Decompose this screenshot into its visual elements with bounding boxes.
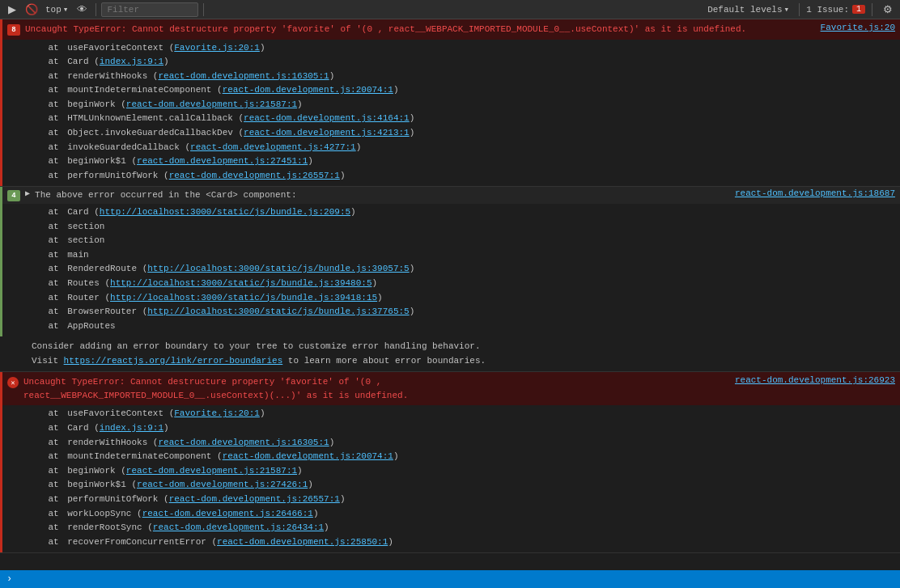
issue-count: 1 (852, 5, 865, 14)
stack-line: at useFavoriteContext (Favorite.js:20:1) (27, 407, 895, 421)
error-boundaries-link[interactable]: https://reactjs.org/link/error-boundarie… (64, 356, 283, 366)
stack-line: at RenderedRoute (http://localhost:3000/… (27, 262, 895, 277)
stack-line: at performUnitOfWork (react-dom.developm… (27, 493, 895, 507)
issue-badge: 1 Issue: 1 (806, 5, 865, 15)
stack-line: at mountIndeterminateComponent (react-do… (27, 83, 895, 98)
play-button[interactable]: ▶ (3, 2, 21, 18)
stack-line: at section (27, 234, 895, 248)
status-bar: › (0, 570, 900, 588)
divider-2 (203, 3, 204, 16)
filter-input[interactable] (101, 2, 198, 17)
eye-button[interactable]: 👁 (73, 2, 91, 18)
error-header-2[interactable]: ✕ Uncaught TypeError: Cannot destructure… (0, 372, 900, 405)
info-location[interactable]: react-dom.development.js:18687 (735, 188, 895, 198)
issues-label: 1 Issue: (806, 5, 849, 15)
divider-3 (799, 3, 800, 16)
stack-line: at Card (http://localhost:3000/static/js… (27, 205, 895, 220)
settings-button[interactable]: ⚙ (879, 2, 897, 18)
divider-1 (96, 3, 96, 16)
stack-line: at BrowserRouter (http://localhost:3000/… (27, 305, 895, 319)
error-entry-1: 8 Uncaught TypeError: Cannot destructure… (0, 19, 900, 187)
error-text-1: Uncaught TypeError: Cannot destructure p… (25, 23, 816, 36)
error-number-1: 8 (7, 24, 20, 36)
stack-line: at Object.invokeGuardedCallbackDev (reac… (27, 126, 895, 141)
status-chevron[interactable]: › (6, 573, 12, 585)
stack-line: at HTMLUnknownElement.callCallback (reac… (27, 112, 895, 126)
context-label: top (45, 5, 62, 15)
info-entry-1: 4 ▶ The above error occurred in the <Car… (0, 187, 900, 372)
info-stack-trace: at Card (http://localhost:3000/static/js… (0, 204, 900, 336)
stack-line: at main (27, 248, 895, 263)
stack-line: at Router (http://localhost:3000/static/… (27, 291, 895, 306)
stack-trace-1: at useFavoriteContext (Favorite.js:20:1)… (0, 40, 900, 187)
stack-line: at workLoopSync (react-dom.development.j… (27, 507, 895, 522)
stack-line: at Card (index.js:9:1) (27, 55, 895, 70)
context-chevron: ▾ (63, 4, 69, 15)
stack-line: at renderRootSync (react-dom.development… (27, 521, 895, 535)
stack-line: at renderWithHooks (react-dom.developmen… (27, 70, 895, 84)
error-header-1[interactable]: 8 Uncaught TypeError: Cannot destructure… (0, 19, 900, 40)
stack-trace-2: at useFavoriteContext (Favorite.js:20:1)… (0, 405, 900, 552)
console-toolbar: ▶ 🚫 top ▾ 👁 Default levels ▾ 1 Issue: 1 … (0, 0, 900, 19)
stack-line: at beginWork$1 (react-dom.development.js… (27, 154, 895, 169)
error-entry-2: ✕ Uncaught TypeError: Cannot destructure… (0, 372, 900, 553)
clear-button[interactable]: 🚫 (23, 2, 40, 18)
error-text-2: Uncaught TypeError: Cannot destructure p… (23, 375, 730, 402)
stack-line: at beginWork (react-dom.development.js:2… (27, 464, 895, 479)
consider-block: Consider adding an error boundary to you… (0, 336, 900, 371)
consider-line2: Visit https://reactjs.org/link/error-bou… (32, 354, 895, 369)
stack-line: at performUnitOfWork (react-dom.developm… (27, 169, 895, 184)
levels-label: Default levels (707, 5, 782, 15)
levels-dropdown[interactable]: Default levels ▾ (704, 2, 792, 16)
stack-line: at useFavoriteContext (Favorite.js:20:1) (27, 41, 895, 56)
info-section-header[interactable]: 4 ▶ The above error occurred in the <Car… (0, 187, 900, 204)
stack-line: at section (27, 220, 895, 235)
stack-line: at AppRoutes (27, 319, 895, 334)
console-content: 8 Uncaught TypeError: Cannot destructure… (0, 19, 900, 570)
stack-line: at renderWithHooks (react-dom.developmen… (27, 436, 895, 451)
error-icon-2: ✕ (7, 377, 19, 388)
context-selector[interactable]: top ▾ (42, 2, 71, 18)
expand-toggle: ▶ (25, 188, 30, 198)
info-number: 4 (7, 190, 20, 201)
stack-line: at invokeGuardedCallback (react-dom.deve… (27, 141, 895, 155)
stack-line: at beginWork (react-dom.development.js:2… (27, 98, 895, 112)
stack-line: at recoverFromConcurrentError (react-dom… (27, 535, 895, 550)
stack-line: at mountIndeterminateComponent (react-do… (27, 450, 895, 464)
divider-4 (872, 3, 872, 16)
error-location-1[interactable]: Favorite.js:20 (821, 23, 895, 32)
stack-line: at beginWork$1 (react-dom.development.js… (27, 478, 895, 493)
stack-line: at Card (index.js:9:1) (27, 421, 895, 436)
consider-line1: Consider adding an error boundary to you… (32, 340, 895, 354)
toolbar-right: Default levels ▾ 1 Issue: 1 ⚙ (704, 2, 897, 18)
error-location-2[interactable]: react-dom.development.js:26923 (735, 375, 895, 385)
stack-line: at Routes (http://localhost:3000/static/… (27, 277, 895, 291)
info-message: The above error occurred in the <Card> c… (35, 188, 296, 202)
levels-chevron: ▾ (784, 4, 790, 15)
